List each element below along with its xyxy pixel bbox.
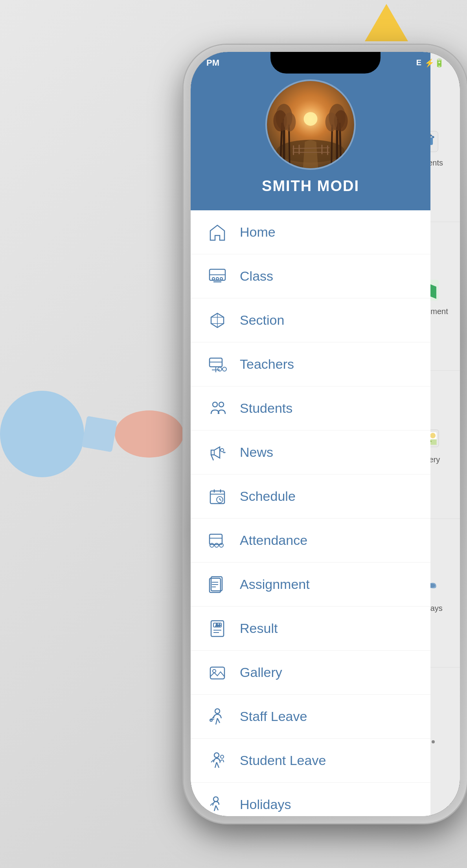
phone-frame: PM E ⚡🔋 xyxy=(184,45,467,823)
teachers-icon xyxy=(206,353,228,375)
svg-rect-57 xyxy=(210,534,222,544)
sidebar-item-label-holidays: Holidays xyxy=(240,797,291,812)
svg-point-37 xyxy=(212,278,215,280)
holidays-icon xyxy=(206,794,228,815)
sidebar-item-label-assignment: Assignment xyxy=(240,577,310,592)
sidebar-item-label-result: Result xyxy=(240,621,278,636)
sidebar-drawer: SMITH MODI Home xyxy=(191,52,430,816)
attendance-icon xyxy=(206,530,228,551)
svg-point-60 xyxy=(219,543,223,547)
sidebar-header: SMITH MODI xyxy=(191,52,430,210)
home-icon xyxy=(206,221,228,243)
phone-screen-container: PM E ⚡🔋 xyxy=(191,52,460,816)
svg-point-27 xyxy=(325,112,338,131)
svg-point-77 xyxy=(221,755,224,758)
sidebar-item-label-section: Section xyxy=(240,313,284,328)
signal-icon: E xyxy=(416,58,421,67)
sidebar-item-assignment[interactable]: Assignment xyxy=(191,563,430,607)
svg-point-47 xyxy=(219,402,224,407)
student-leave-icon xyxy=(206,750,228,771)
sidebar-item-label-teachers: Teachers xyxy=(240,357,294,372)
sidebar-item-holidays[interactable]: Holidays xyxy=(191,783,430,816)
sidebar-item-home[interactable]: Home xyxy=(191,210,430,254)
svg-line-49 xyxy=(211,455,213,460)
students-icon xyxy=(206,397,228,419)
svg-point-74 xyxy=(215,709,220,714)
section-icon xyxy=(206,309,228,331)
sidebar-item-attendance[interactable]: Attendance xyxy=(191,519,430,563)
schedule-icon xyxy=(206,485,228,507)
svg-point-14 xyxy=(304,112,318,126)
staff-leave-icon xyxy=(206,706,228,727)
sidebar-item-label-students: Students xyxy=(240,401,292,416)
sidebar-item-teachers[interactable]: Teachers xyxy=(191,342,430,386)
sidebar-item-label-gallery: Gallery xyxy=(240,665,282,680)
svg-point-24 xyxy=(284,112,296,131)
sidebar-item-news[interactable]: News xyxy=(191,430,430,474)
phone-screen: PM E ⚡🔋 xyxy=(191,52,460,816)
svg-point-46 xyxy=(213,402,217,407)
bg-decoration-square-blue xyxy=(82,416,118,452)
result-icon: A+ xyxy=(206,618,228,639)
sidebar-item-label-attendance: Attendance xyxy=(240,533,307,548)
status-icons: E ⚡🔋 xyxy=(416,58,444,68)
sidebar-item-staff-leave[interactable]: Staff Leave xyxy=(191,695,430,739)
sidebar-item-section[interactable]: Section xyxy=(191,298,430,342)
sidebar-item-label-schedule: Schedule xyxy=(240,489,296,504)
sidebar-item-class[interactable]: Class xyxy=(191,254,430,298)
svg-point-5 xyxy=(432,136,434,138)
svg-point-78 xyxy=(213,797,218,802)
bg-decoration-circle-red xyxy=(115,410,184,458)
svg-point-38 xyxy=(216,278,219,280)
sidebar-item-student-leave[interactable]: Student Leave xyxy=(191,739,430,783)
svg-text:A+: A+ xyxy=(215,623,221,627)
svg-rect-72 xyxy=(210,667,224,679)
avatar-image xyxy=(267,81,354,168)
svg-point-39 xyxy=(220,278,222,280)
gallery-icon xyxy=(206,662,228,683)
status-time: PM xyxy=(206,58,219,68)
bg-decoration-circle-blue xyxy=(0,391,84,477)
sidebar-item-label-staff-leave: Staff Leave xyxy=(240,709,307,724)
bg-decoration-triangle-yellow xyxy=(365,4,408,41)
svg-point-59 xyxy=(215,543,219,547)
svg-point-48 xyxy=(221,449,224,452)
svg-point-43 xyxy=(222,367,226,371)
svg-point-42 xyxy=(218,367,222,371)
avatar xyxy=(265,79,356,170)
sidebar-item-result[interactable]: A+ Result xyxy=(191,607,430,651)
assignment-icon xyxy=(206,574,228,595)
svg-point-76 xyxy=(214,753,219,758)
svg-point-61 xyxy=(210,543,214,547)
sidebar-item-schedule[interactable]: Schedule xyxy=(191,474,430,519)
svg-point-10 xyxy=(430,433,436,438)
class-icon xyxy=(206,265,228,287)
svg-line-56 xyxy=(220,500,221,500)
sidebar-item-label-student-leave: Student Leave xyxy=(240,753,326,768)
news-icon xyxy=(206,441,228,463)
user-name: SMITH MODI xyxy=(262,178,359,195)
sidebar-item-label-class: Class xyxy=(240,268,273,284)
sidebar-item-students[interactable]: Students xyxy=(191,386,430,430)
menu-list[interactable]: Home xyxy=(191,210,430,816)
battery-icon: ⚡🔋 xyxy=(425,58,444,68)
phone-notch xyxy=(270,52,381,74)
sidebar-item-label-home: Home xyxy=(240,224,276,240)
sidebar-item-label-news: News xyxy=(240,445,273,460)
sidebar-item-gallery[interactable]: Gallery xyxy=(191,651,430,695)
